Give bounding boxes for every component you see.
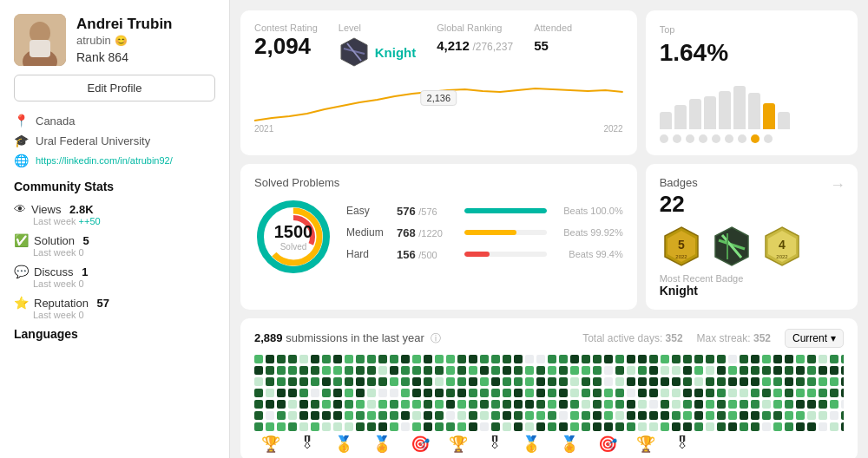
heatmap-cell[interactable] <box>627 355 635 363</box>
heatmap-cell[interactable] <box>830 411 838 420</box>
heatmap-cell[interactable] <box>615 422 624 431</box>
heatmap-cell[interactable] <box>796 422 805 431</box>
heatmap-cell[interactable] <box>401 377 410 386</box>
heatmap-cell[interactable] <box>615 377 624 386</box>
heatmap-cell[interactable] <box>367 355 376 363</box>
heatmap-cell[interactable] <box>299 366 308 375</box>
heatmap-cell[interactable] <box>536 355 545 363</box>
heatmap-cell[interactable] <box>582 377 590 386</box>
heatmap-cell[interactable] <box>604 355 613 363</box>
heatmap-cell[interactable] <box>480 366 489 375</box>
heatmap-cell[interactable] <box>830 422 838 431</box>
heatmap-cell[interactable] <box>299 389 308 397</box>
heatmap-cell[interactable] <box>672 366 681 375</box>
heatmap-cell[interactable] <box>807 377 816 386</box>
heatmap-cell[interactable] <box>773 366 782 375</box>
heatmap-cell[interactable] <box>773 422 782 431</box>
heatmap-cell[interactable] <box>424 355 432 363</box>
heatmap-cell[interactable] <box>717 411 726 420</box>
heatmap-cell[interactable] <box>254 389 263 397</box>
heatmap-cell[interactable] <box>322 400 331 409</box>
heatmap-cell[interactable] <box>796 355 805 363</box>
heatmap-cell[interactable] <box>762 400 771 409</box>
heatmap-cell[interactable] <box>503 366 511 375</box>
heatmap-cell[interactable] <box>277 422 286 431</box>
heatmap-cell[interactable] <box>378 422 387 431</box>
heatmap-cell[interactable] <box>491 377 500 386</box>
heatmap-cell[interactable] <box>277 355 286 363</box>
heatmap-cell[interactable] <box>480 422 489 431</box>
heatmap-cell[interactable] <box>277 411 286 420</box>
heatmap-cell[interactable] <box>514 377 523 386</box>
heatmap-cell[interactable] <box>480 377 489 386</box>
heatmap-cell[interactable] <box>378 377 387 386</box>
heatmap-cell[interactable] <box>322 411 331 420</box>
heatmap-cell[interactable] <box>548 411 556 420</box>
heatmap-cell[interactable] <box>548 355 556 363</box>
heatmap-cell[interactable] <box>525 355 534 363</box>
heatmap-badge[interactable]: 🥇 <box>334 435 353 454</box>
heatmap-cell[interactable] <box>503 389 511 397</box>
heatmap-cell[interactable] <box>254 411 263 420</box>
heatmap-cell[interactable] <box>424 389 432 397</box>
heatmap-cell[interactable] <box>356 411 365 420</box>
heatmap-cell[interactable] <box>694 411 703 420</box>
heatmap-cell[interactable] <box>830 377 838 386</box>
heatmap-cell[interactable] <box>491 422 500 431</box>
heatmap-cell[interactable] <box>254 355 263 363</box>
heatmap-cell[interactable] <box>627 411 635 420</box>
current-button[interactable]: Current ▾ <box>785 329 844 348</box>
heatmap-cell[interactable] <box>672 377 681 386</box>
heatmap-cell[interactable] <box>672 389 681 397</box>
heatmap-cell[interactable] <box>582 411 590 420</box>
heatmap-cell[interactable] <box>457 377 466 386</box>
heatmap-cell[interactable] <box>582 355 590 363</box>
heatmap-cell[interactable] <box>356 422 365 431</box>
heatmap-cell[interactable] <box>525 422 534 431</box>
heatmap-cell[interactable] <box>706 389 714 397</box>
heatmap-cell[interactable] <box>311 355 319 363</box>
heatmap-cell[interactable] <box>446 355 455 363</box>
heatmap-cell[interactable] <box>401 400 410 409</box>
heatmap-cell[interactable] <box>740 377 748 386</box>
heatmap-cell[interactable] <box>728 411 737 420</box>
heatmap-cell[interactable] <box>491 366 500 375</box>
heatmap-cell[interactable] <box>446 377 455 386</box>
heatmap-cell[interactable] <box>288 411 297 420</box>
heatmap-cell[interactable] <box>638 422 647 431</box>
heatmap-cell[interactable] <box>807 389 816 397</box>
heatmap-cell[interactable] <box>266 355 274 363</box>
heatmap-cell[interactable] <box>819 400 827 409</box>
heatmap-cell[interactable] <box>254 400 263 409</box>
heatmap-cell[interactable] <box>412 355 421 363</box>
heatmap-badge[interactable]: 🎖 <box>487 435 503 454</box>
heatmap-cell[interactable] <box>559 411 568 420</box>
heatmap-cell[interactable] <box>559 355 568 363</box>
heatmap-cell[interactable] <box>773 355 782 363</box>
heatmap-cell[interactable] <box>773 400 782 409</box>
heatmap-cell[interactable] <box>367 366 376 375</box>
heatmap-cell[interactable] <box>536 422 545 431</box>
heatmap-cell[interactable] <box>796 389 805 397</box>
heatmap-cell[interactable] <box>819 377 827 386</box>
heatmap-cell[interactable] <box>841 422 844 431</box>
heatmap-cell[interactable] <box>627 389 635 397</box>
heatmap-cell[interactable] <box>762 389 771 397</box>
heatmap-cell[interactable] <box>717 400 726 409</box>
heatmap-cell[interactable] <box>559 400 568 409</box>
heatmap-cell[interactable] <box>649 377 658 386</box>
heatmap-cell[interactable] <box>604 411 613 420</box>
heatmap-cell[interactable] <box>615 400 624 409</box>
heatmap-cell[interactable] <box>288 377 297 386</box>
heatmap-cell[interactable] <box>333 411 342 420</box>
heatmap-cell[interactable] <box>378 411 387 420</box>
heatmap-cell[interactable] <box>457 389 466 397</box>
heatmap-cell[interactable] <box>469 389 477 397</box>
heatmap-cell[interactable] <box>525 400 534 409</box>
heatmap-cell[interactable] <box>593 422 602 431</box>
heatmap-cell[interactable] <box>785 389 793 397</box>
heatmap-cell[interactable] <box>367 389 376 397</box>
heatmap-cell[interactable] <box>491 389 500 397</box>
heatmap-cell[interactable] <box>773 377 782 386</box>
heatmap-cell[interactable] <box>807 422 816 431</box>
